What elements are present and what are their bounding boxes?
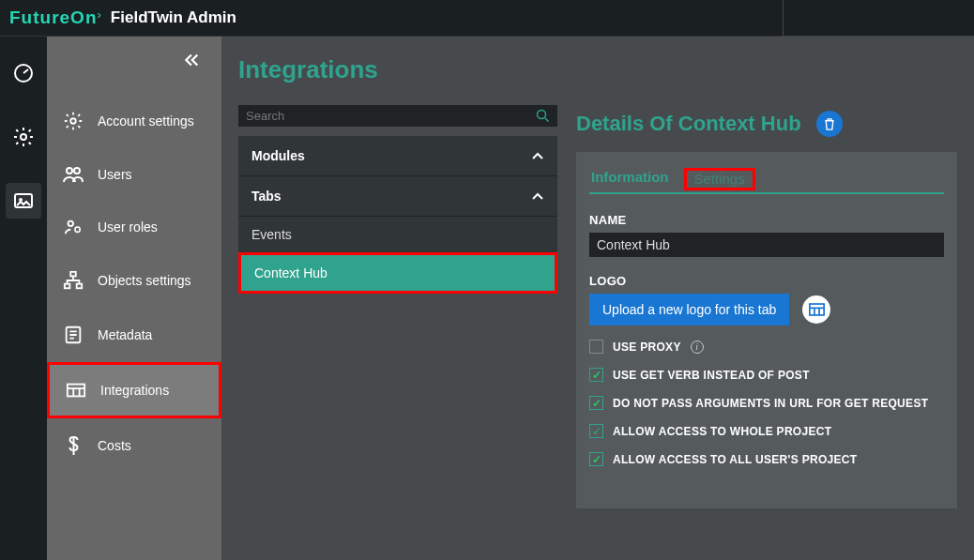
brand-right-text: FieldTwin Admin [111, 8, 236, 27]
details-title: Details Of Context Hub [576, 112, 801, 136]
sidebar-item-users[interactable]: Users [47, 148, 221, 201]
accordion-label: Modules [251, 148, 305, 163]
upload-logo-button[interactable]: Upload a new logo for this tab [589, 294, 789, 325]
svg-point-7 [68, 221, 74, 227]
check-label: USE PROXY [613, 341, 681, 354]
sidebar-item-objects-settings[interactable]: Objects settings [47, 253, 221, 308]
metadata-icon [62, 325, 84, 345]
topbar-right-box [783, 0, 974, 37]
rail-library-icon[interactable] [6, 183, 41, 219]
accordion-modules[interactable]: Modules [238, 136, 557, 176]
name-label: NAME [589, 213, 944, 227]
check-all-users[interactable]: ✓ ALLOW ACCESS TO ALL USER'S PROJECT [589, 452, 944, 466]
accordion-label: Tabs [251, 189, 282, 204]
check-label: USE GET VERB INSTEAD OF POST [613, 369, 810, 382]
checkmark-icon: ✓ [592, 369, 601, 382]
logo-label: LOGO [589, 274, 944, 288]
checkbox-icon[interactable]: ✓ [589, 424, 603, 438]
check-use-get[interactable]: ✓ USE GET VERB INSTEAD OF POST [589, 368, 944, 382]
checkmark-icon: ✓ [592, 397, 601, 410]
svg-rect-10 [65, 284, 70, 289]
top-bar: FutureOn› FieldTwin Admin [0, 0, 974, 37]
list-item-context-hub[interactable]: Context Hub [241, 255, 555, 291]
svg-point-6 [74, 168, 80, 174]
sidebar-item-label: Users [98, 167, 132, 182]
sidebar-item-metadata[interactable]: Metadata [47, 308, 221, 362]
list-item-label: Context Hub [254, 265, 327, 280]
icon-rail [0, 37, 47, 560]
integrations-icon [65, 382, 87, 399]
details-panel: Details Of Context Hub Information Setti… [576, 105, 957, 560]
highlight-context-hub: Context Hub [238, 252, 557, 294]
info-icon[interactable]: i [691, 341, 704, 354]
svg-point-14 [538, 111, 546, 119]
sidebar-item-label: Account settings [98, 114, 194, 129]
checkbox-icon[interactable] [589, 340, 603, 354]
sidebar: Account settings Users User roles Object… [47, 37, 221, 560]
sidebar-item-label: Costs [98, 438, 131, 453]
sidebar-item-label: Metadata [98, 327, 152, 342]
sidebar-item-integrations[interactable]: Integrations [50, 365, 219, 416]
svg-rect-15 [810, 304, 824, 315]
trash-icon [823, 117, 836, 131]
chevron-up-icon [531, 151, 544, 160]
svg-rect-11 [77, 284, 83, 289]
sidebar-item-label: User roles [98, 219, 158, 235]
check-label: ALLOW ACCESS TO WHOLE PROJECT [613, 425, 831, 438]
list-item-events[interactable]: Events [238, 217, 557, 252]
sidebar-item-label: Integrations [100, 383, 169, 398]
search-input[interactable] [246, 109, 536, 123]
checkmark-icon: ✓ [592, 453, 601, 466]
page-title: Integrations [238, 55, 957, 84]
accordion-tabs[interactable]: Tabs [238, 176, 557, 217]
sidebar-item-user-roles[interactable]: User roles [47, 201, 221, 253]
svg-rect-9 [70, 272, 76, 277]
rail-settings-icon[interactable] [6, 119, 41, 155]
check-label: DO NOT PASS ARGUMENTS IN URL FOR GET REQ… [613, 397, 928, 410]
dollar-icon [62, 435, 84, 456]
user-roles-icon [62, 218, 84, 236]
svg-rect-13 [68, 385, 84, 397]
check-no-args[interactable]: ✓ DO NOT PASS ARGUMENTS IN URL FOR GET R… [589, 396, 944, 410]
gear-icon [62, 111, 84, 131]
svg-point-5 [67, 168, 72, 174]
svg-point-4 [70, 118, 76, 124]
check-label: ALLOW ACCESS TO ALL USER'S PROJECT [613, 453, 857, 466]
tab-settings[interactable]: Settings [692, 167, 747, 194]
sidebar-item-account-settings[interactable]: Account settings [47, 94, 221, 148]
content-area: Integrations Modules Tabs [221, 37, 974, 560]
checkbox-icon[interactable]: ✓ [589, 452, 603, 466]
check-use-proxy[interactable]: USE PROXY i [589, 340, 944, 354]
checkbox-icon[interactable]: ✓ [589, 396, 603, 410]
sidebar-item-label: Objects settings [98, 273, 191, 288]
checkbox-icon[interactable]: ✓ [589, 368, 603, 382]
users-icon [62, 165, 84, 184]
delete-button[interactable] [816, 111, 843, 137]
current-logo-icon [802, 295, 830, 324]
brand-left-text: FutureOn [9, 8, 98, 27]
highlight-settings-tab: Settings [684, 168, 755, 190]
search-box[interactable] [238, 105, 557, 127]
list-item-label: Events [251, 227, 292, 242]
integrations-list-panel: Modules Tabs Events Context Hub [238, 105, 557, 560]
objects-icon [62, 270, 84, 291]
name-input[interactable] [589, 233, 944, 257]
search-icon[interactable] [536, 109, 550, 123]
highlight-integrations: Integrations [47, 362, 221, 418]
svg-point-1 [21, 134, 26, 140]
brand-logo: FutureOn› [9, 8, 101, 28]
collapse-sidebar-icon[interactable] [180, 50, 201, 70]
brand-caret-icon: › [98, 8, 101, 22]
detail-tabs: Information Settings [589, 165, 944, 194]
rail-dashboard-icon[interactable] [6, 55, 41, 91]
sidebar-item-costs[interactable]: Costs [47, 418, 221, 473]
chevron-up-icon [531, 191, 544, 201]
check-whole-project[interactable]: ✓ ALLOW ACCESS TO WHOLE PROJECT [589, 424, 944, 438]
checkmark-icon: ✓ [592, 425, 601, 438]
tab-information[interactable]: Information [589, 165, 671, 192]
